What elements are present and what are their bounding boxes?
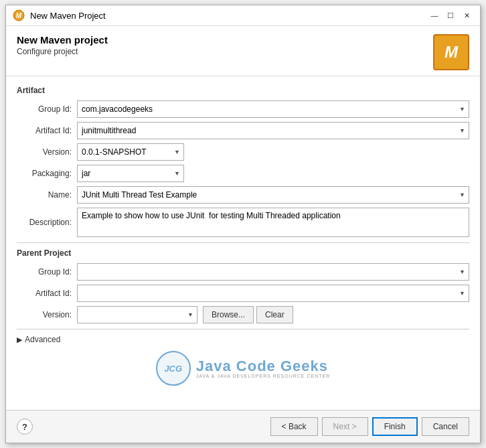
maven-logo: M	[433, 34, 469, 70]
close-button[interactable]: ✕	[460, 9, 473, 21]
parent-group-id-select[interactable]	[77, 263, 469, 281]
content-area: Artifact Group Id: com.javacodegeeks Art…	[6, 76, 480, 410]
jcg-sub-text: Java & Java Developers Resource Center	[196, 374, 330, 378]
artifact-id-label: Artifact Id:	[17, 126, 77, 135]
artifact-id-select-wrapper: junitmultithread	[77, 122, 469, 139]
name-select[interactable]: JUnit Multi Thread Test Example	[77, 186, 469, 204]
packaging-label: Packaging:	[17, 169, 77, 178]
version-select-wrapper: 0.0.1-SNAPSHOT	[77, 143, 184, 161]
jcg-text-block: Java Code Geeks Java & Java Developers R…	[196, 359, 330, 378]
window-controls: — ☐ ✕	[428, 9, 473, 21]
dialog-subtitle: Configure project	[17, 47, 108, 56]
packaging-select[interactable]: jar war pom ear	[77, 165, 184, 182]
advanced-arrow-icon: ▶	[17, 335, 22, 344]
parent-version-select-wrapper	[77, 306, 197, 323]
parent-section-label: Parent Project	[17, 248, 469, 258]
browse-button[interactable]: Browse...	[203, 306, 254, 323]
description-label: Description:	[17, 218, 77, 227]
dialog-title: New Maven project	[17, 34, 108, 46]
jcg-main-text: Java Code Geeks	[196, 359, 328, 374]
section-divider-1	[17, 242, 469, 243]
parent-artifact-id-select[interactable]	[77, 285, 469, 302]
header-text: New Maven project Configure project	[17, 34, 108, 56]
window-title: New Maven Project	[30, 11, 422, 21]
jcg-logo: JCG Java Code Geeks Java & Java Develope…	[156, 351, 330, 386]
artifact-section-label: Artifact	[17, 86, 469, 95]
header-section: New Maven project Configure project M	[6, 26, 480, 76]
version-select[interactable]: 0.0.1-SNAPSHOT	[77, 143, 184, 161]
group-id-label: Group Id:	[17, 104, 77, 114]
packaging-select-wrapper: jar war pom ear	[77, 165, 184, 182]
parent-artifact-id-row: Artifact Id:	[17, 285, 469, 302]
description-textarea[interactable]: Example to show how to use JUnit for tes…	[77, 208, 469, 237]
name-select-wrapper: JUnit Multi Thread Test Example	[77, 186, 469, 204]
group-id-row: Group Id: com.javacodegeeks	[17, 100, 469, 118]
footer: ? < Back Next > Finish Cancel	[6, 410, 480, 443]
next-button[interactable]: Next >	[322, 417, 368, 436]
parent-group-id-select-wrapper	[77, 263, 469, 281]
parent-version-label: Version:	[17, 310, 77, 319]
parent-artifact-id-select-wrapper	[77, 285, 469, 302]
jcg-circle: JCG	[156, 351, 191, 386]
artifact-id-select[interactable]: junitmultithread	[77, 122, 469, 139]
section-divider-2	[17, 329, 469, 329]
name-label: Name:	[17, 190, 77, 200]
group-id-select[interactable]: com.javacodegeeks	[77, 100, 469, 118]
back-button[interactable]: < Back	[270, 417, 318, 436]
advanced-row[interactable]: ▶ Advanced	[17, 335, 469, 344]
jcg-initials: JCG	[164, 364, 182, 374]
finish-button[interactable]: Finish	[372, 417, 418, 436]
group-id-select-wrapper: com.javacodegeeks	[77, 100, 469, 118]
packaging-row: Packaging: jar war pom ear	[17, 165, 469, 182]
clear-button[interactable]: Clear	[256, 306, 293, 323]
logo-area: JCG Java Code Geeks Java & Java Develope…	[17, 344, 469, 388]
svg-text:M: M	[16, 12, 22, 19]
name-row: Name: JUnit Multi Thread Test Example	[17, 186, 469, 204]
parent-artifact-id-label: Artifact Id:	[17, 289, 77, 298]
artifact-id-row: Artifact Id: junitmultithread	[17, 122, 469, 139]
parent-version-select[interactable]	[77, 306, 197, 323]
parent-group-id-label: Group Id:	[17, 267, 77, 277]
version-label: Version:	[17, 147, 77, 157]
cancel-button[interactable]: Cancel	[422, 417, 469, 436]
minimize-button[interactable]: —	[428, 9, 441, 21]
maximize-button[interactable]: ☐	[444, 9, 457, 21]
help-button[interactable]: ?	[17, 419, 33, 435]
dialog-window: M New Maven Project — ☐ ✕ New Maven proj…	[5, 5, 481, 443]
version-row: Version: 0.0.1-SNAPSHOT	[17, 143, 469, 161]
advanced-label: Advanced	[25, 335, 60, 344]
description-row: Description: Example to show how to use …	[17, 208, 469, 237]
parent-group-id-row: Group Id:	[17, 263, 469, 281]
title-bar: M New Maven Project — ☐ ✕	[6, 5, 480, 26]
maven-icon: M	[13, 9, 25, 21]
parent-version-row: Version: Browse... Clear	[17, 306, 469, 323]
